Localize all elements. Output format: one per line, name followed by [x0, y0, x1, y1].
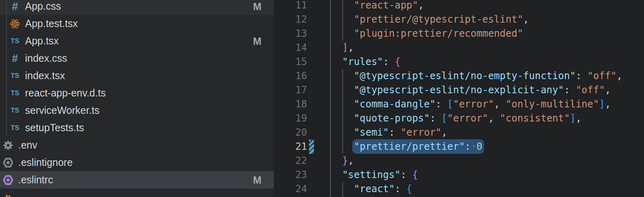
line-number[interactable]: 12 [274, 13, 307, 27]
line-number[interactable]: 15 [274, 55, 307, 69]
token-key: "@typescript-eslint/no-explicit-any" [354, 84, 564, 96]
token-str: "error" [400, 127, 441, 138]
token-b2: { [406, 183, 412, 195]
code-text[interactable]: "react": { [330, 182, 412, 196]
code-text[interactable]: "plugin:prettier/recommended" [330, 27, 523, 41]
file-label: .eslintignore [18, 157, 73, 168]
token-key: "quote-props" [354, 113, 430, 124]
sidebar-item-.eslintignore[interactable]: .eslintignore [0, 154, 274, 171]
token-pun: : [576, 70, 587, 82]
code-text[interactable]: ], [330, 41, 354, 55]
file-label: .env [18, 139, 37, 151]
token-key: "@typescript-eslint/no-empty-function" [354, 70, 576, 82]
token-ind [330, 155, 342, 166]
code-text[interactable]: }, [330, 154, 354, 168]
token-pun: : [436, 98, 447, 110]
code-text[interactable]: "prettier/prettier":·0 [330, 140, 482, 154]
line-number[interactable]: 16 [274, 69, 307, 83]
sidebar-item-serviceWorker.ts[interactable]: TSserviceWorker.ts [0, 102, 274, 119]
line-number[interactable]: 20 [274, 126, 307, 140]
code-text[interactable]: "@typescript-eslint/no-empty-function": … [330, 69, 622, 83]
code-text[interactable]: "semi": "error", [330, 126, 447, 140]
token-b2: [ [447, 98, 453, 110]
code-text[interactable]: "settings": { [330, 168, 418, 182]
line-number[interactable]: 13 [274, 27, 307, 41]
file-list: #App.cssMApp.test.tsxTSApp.tsxM#index.cs… [0, 0, 274, 197]
token-ind [330, 113, 354, 124]
line-number[interactable]: 19 [274, 111, 307, 126]
token-ind [330, 28, 354, 39]
line-number[interactable]: 21 [274, 140, 307, 154]
token-pun: , [348, 42, 354, 53]
token-ind [330, 0, 354, 11]
token-pun: : [465, 141, 470, 152]
token-str: "react-app" [354, 0, 418, 11]
token-key: "comma-dangle" [354, 98, 436, 110]
token-key: "settings" [342, 169, 401, 180]
eslint-purple-icon [3, 175, 13, 185]
sidebar-item-react-app-env.d.ts[interactable]: TSreact-app-env.d.ts [0, 84, 274, 102]
code-text[interactable]: "react-app", [330, 0, 424, 13]
code-text[interactable]: "rules": { [330, 55, 400, 69]
code-text[interactable]: "@typescript-eslint/no-explicit-any": "o… [330, 83, 611, 97]
code-line: 13 "plugin:prettier/recommended" [274, 27, 644, 41]
code-line: 22 }, [274, 154, 644, 168]
token-pun: , [348, 155, 354, 166]
token-pun: , [494, 98, 506, 110]
sidebar-item-App.css[interactable]: #App.cssM [0, 0, 274, 15]
token-str: "off" [587, 70, 617, 82]
token-b1: { [395, 56, 400, 67]
line-number[interactable]: 24 [274, 182, 307, 196]
typescript-icon: TS [10, 123, 20, 133]
line-number[interactable]: 22 [274, 154, 307, 168]
line-number[interactable]: 23 [274, 168, 307, 182]
file-label: react-app-env.d.ts [25, 87, 106, 99]
token-pun: , [488, 113, 500, 124]
git-modified-badge: M [253, 0, 261, 12]
file-label: .eslintrc [18, 174, 53, 186]
css-hash-icon: # [10, 1, 20, 12]
token-key: "rules" [342, 56, 383, 67]
file-label: serviceWorker.ts [25, 105, 99, 116]
code-line: 11 "react-app", [274, 0, 644, 13]
sidebar-item-.eslintrc[interactable]: .eslintrcM [0, 171, 274, 189]
token-str: "consistent" [500, 113, 570, 124]
typescript-icon: TS [10, 36, 20, 46]
sidebar-item-App.test.tsx[interactable]: App.test.tsx [0, 15, 274, 32]
code-line: 15 "rules": { [274, 55, 644, 69]
line-number[interactable]: 17 [274, 83, 307, 97]
token-str: "off" [576, 84, 605, 96]
file-label: index.css [25, 52, 67, 64]
code-line: 23 "settings": { [274, 168, 644, 182]
selection-highlight: "prettier/prettier":·0 [354, 141, 482, 152]
code-text[interactable]: "quote-props": ["error", "consistent"], [330, 111, 581, 126]
sidebar-item-setupTests.ts[interactable]: TSsetupTests.ts [0, 119, 274, 136]
line-number[interactable]: 11 [274, 0, 307, 13]
sidebar-item-index.tsx[interactable]: TSindex.tsx [0, 67, 274, 84]
file-label: index.tsx [25, 70, 65, 82]
code-line: 19 "quote-props": ["error", "consistent"… [274, 111, 644, 126]
file-label: App.tsx [25, 35, 59, 47]
code-text[interactable]: "comma-dangle": ["error", "only-multilin… [330, 97, 611, 111]
sidebar-item-App.tsx[interactable]: TSApp.tsxM [0, 32, 274, 50]
sidebar-item-partial[interactable] [0, 189, 274, 197]
line-number[interactable]: 14 [274, 41, 307, 55]
sidebar-item-index.css[interactable]: #index.css [0, 50, 274, 67]
line-number[interactable]: 18 [274, 97, 307, 111]
gear-icon [3, 140, 13, 151]
typescript-icon: TS [10, 88, 20, 98]
file-explorer: #App.cssMApp.test.tsxTSApp.tsxM#index.cs… [0, 0, 274, 197]
token-ind [330, 141, 354, 152]
token-b2: [ [442, 113, 447, 124]
code-text[interactable]: "prettier/@typescript-eslint", [330, 13, 529, 27]
react-icon [10, 19, 20, 29]
token-ind [330, 98, 354, 110]
sidebar-item-.env[interactable]: .env [0, 136, 274, 154]
file-label: App.test.tsx [25, 18, 78, 29]
code-editor[interactable]: 11 "react-app",12 "prettier/@typescript-… [274, 0, 644, 197]
token-key: "react" [354, 183, 395, 195]
token-key: "semi" [354, 127, 389, 138]
token-pun: : [430, 113, 442, 124]
code-line: 21 "prettier/prettier":·0 [274, 140, 644, 154]
eslint-gray-icon [3, 157, 13, 168]
